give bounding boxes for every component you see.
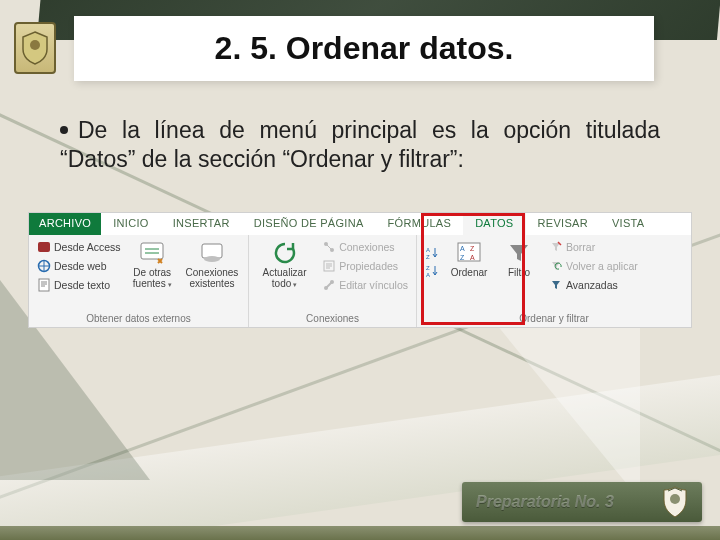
btn-desde-access[interactable]: Desde Access <box>35 239 123 255</box>
svg-point-11 <box>330 280 334 284</box>
btn-ordenar[interactable]: AZZA Ordenar <box>447 239 491 279</box>
footer-bar: Preparatoria No. 3 <box>462 482 702 522</box>
btn-editar-vinculos[interactable]: Editar vínculos <box>320 277 410 293</box>
svg-point-21 <box>670 494 680 504</box>
btn-desde-web[interactable]: Desde web <box>35 258 123 274</box>
btn-desde-texto[interactable]: Desde texto <box>35 277 123 293</box>
svg-text:A: A <box>460 245 465 252</box>
ribbon-tab-strip: ARCHIVO INICIO INSERTAR DISEÑO DE PÁGINA… <box>29 213 691 235</box>
btn-conexiones[interactable]: Conexiones <box>320 239 410 255</box>
svg-point-10 <box>324 286 328 290</box>
group-ordenar-filtrar: AZ ZA AZZA Ordenar Filtro <box>417 235 691 327</box>
other-sources-icon <box>138 239 166 267</box>
svg-point-6 <box>204 256 220 262</box>
school-crest-icon <box>14 22 56 74</box>
svg-rect-3 <box>39 279 49 291</box>
slide-body: De la línea de menú principal es la opci… <box>60 116 660 174</box>
body-text: De la línea de menú principal es la opci… <box>60 117 660 172</box>
bullet-icon <box>60 126 68 134</box>
ribbon-body: Desde Access Desde web Desde texto De ot… <box>29 235 691 327</box>
btn-propiedades[interactable]: Propiedades <box>320 258 410 274</box>
sort-dialog-icon: AZZA <box>455 239 483 267</box>
connections-icon <box>322 240 336 254</box>
excel-ribbon-screenshot: ARCHIVO INICIO INSERTAR DISEÑO DE PÁGINA… <box>28 212 692 328</box>
btn-actualizar-todo[interactable]: Actualizar todo ▾ <box>255 239 314 289</box>
refresh-icon <box>271 239 299 267</box>
tab-insertar[interactable]: INSERTAR <box>161 213 242 235</box>
svg-text:Z: Z <box>426 254 430 260</box>
text-file-icon <box>37 278 51 292</box>
btn-filtro[interactable]: Filtro <box>497 239 541 279</box>
svg-text:A: A <box>470 254 475 261</box>
edit-links-icon <box>322 278 336 292</box>
btn-avanzadas[interactable]: Avanzadas <box>547 277 640 293</box>
group-conexiones: Actualizar todo ▾ Conexiones Propiedades… <box>249 235 417 327</box>
properties-icon <box>322 259 336 273</box>
footer-text: Preparatoria No. 3 <box>476 493 614 511</box>
svg-text:Z: Z <box>470 245 475 252</box>
group-label: Obtener datos externos <box>35 311 242 327</box>
advanced-filter-icon <box>549 278 563 292</box>
group-label: Conexiones <box>255 311 410 327</box>
filter-icon <box>505 239 533 267</box>
svg-rect-1 <box>38 242 50 252</box>
sort-az-icon: AZ <box>425 246 439 260</box>
svg-rect-5 <box>202 244 222 258</box>
svg-rect-4 <box>141 243 163 259</box>
tab-diseno-pagina[interactable]: DISEÑO DE PÁGINA <box>242 213 376 235</box>
svg-text:Z: Z <box>460 254 465 261</box>
svg-point-0 <box>30 40 40 50</box>
tab-revisar[interactable]: REVISAR <box>526 213 600 235</box>
btn-conexiones-existentes[interactable]: Conexiones existentes <box>182 239 242 289</box>
clear-icon <box>549 240 563 254</box>
tab-formulas[interactable]: FÓRMULAS <box>376 213 464 235</box>
sort-za-icon: ZA <box>425 264 439 278</box>
group-obtener-datos-externos: Desde Access Desde web Desde texto De ot… <box>29 235 249 327</box>
tab-vista[interactable]: VISTA <box>600 213 656 235</box>
svg-text:A: A <box>426 272 430 278</box>
btn-borrar[interactable]: Borrar <box>547 239 640 255</box>
footer-base-strip <box>0 526 720 540</box>
svg-text:Z: Z <box>426 265 430 271</box>
btn-volver-aplicar[interactable]: Volver a aplicar <box>547 258 640 274</box>
group-label: Ordenar y filtrar <box>423 311 685 327</box>
tab-inicio[interactable]: INICIO <box>101 213 160 235</box>
slide-title-box: 2. 5. Ordenar datos. <box>74 16 654 81</box>
tab-archivo[interactable]: ARCHIVO <box>29 213 101 235</box>
web-icon <box>37 259 51 273</box>
tab-datos[interactable]: DATOS <box>463 213 525 235</box>
svg-text:A: A <box>426 247 430 253</box>
existing-connections-icon <box>198 239 226 267</box>
footer-emblem-icon <box>658 485 692 519</box>
btn-sort-za[interactable]: ZA <box>423 263 441 279</box>
reapply-icon <box>549 259 563 273</box>
btn-de-otras-fuentes[interactable]: De otras fuentes ▾ <box>129 239 176 289</box>
slide-title: 2. 5. Ordenar datos. <box>98 30 630 67</box>
btn-sort-az[interactable]: AZ <box>423 245 441 261</box>
access-icon <box>37 240 51 254</box>
